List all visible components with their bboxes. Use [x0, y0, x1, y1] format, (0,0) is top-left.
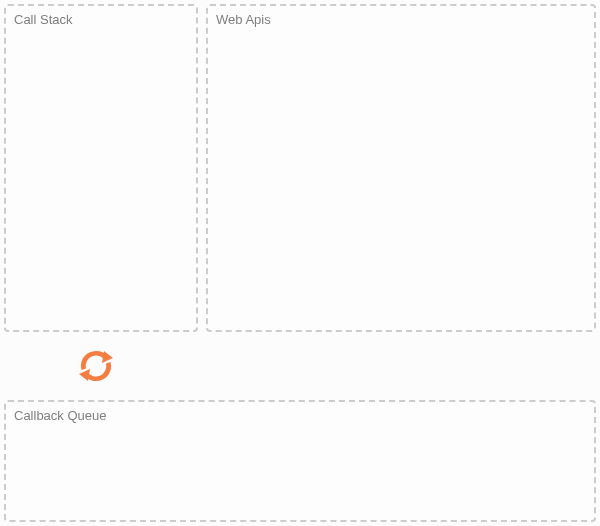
event-loop-icon: [72, 342, 120, 390]
web-apis-label: Web Apis: [216, 12, 271, 27]
event-loop-diagram: Call Stack Web Apis Callback Queu: [4, 4, 596, 522]
callback-queue-panel: Callback Queue: [4, 400, 596, 522]
top-row: Call Stack Web Apis: [4, 4, 596, 332]
event-loop-row: [4, 332, 596, 400]
web-apis-panel: Web Apis: [206, 4, 596, 332]
call-stack-panel: Call Stack: [4, 4, 198, 332]
call-stack-label: Call Stack: [14, 12, 73, 27]
callback-queue-label: Callback Queue: [14, 408, 107, 423]
